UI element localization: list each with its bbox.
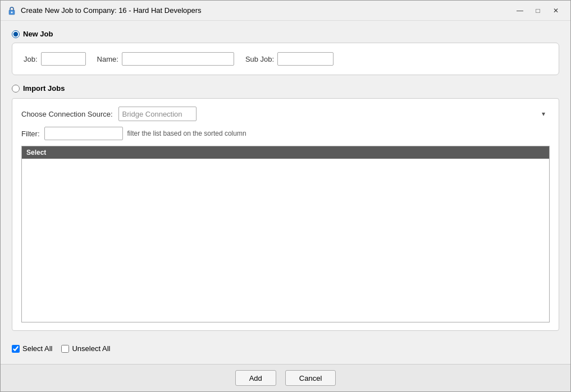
close-button[interactable]: ✕ [548, 4, 564, 17]
bottom-bar: Select All Unselect All [12, 340, 559, 355]
add-button[interactable]: Add [235, 370, 276, 386]
new-job-radio[interactable] [12, 30, 20, 38]
import-jobs-label: Import Jobs [23, 84, 65, 93]
minimize-button[interactable]: — [512, 4, 528, 17]
subjob-field-group: Sub Job: [245, 52, 334, 66]
filter-row: Filter: filter the list based on the sor… [21, 127, 550, 140]
maximize-button[interactable]: □ [530, 4, 546, 17]
new-job-label: New Job [23, 30, 53, 38]
import-box: Choose Connection Source: Bridge Connect… [12, 98, 559, 331]
new-job-box: Job: Name: Sub Job: [12, 43, 559, 75]
window-title: Create New Job to Company: 16 - Hard Hat… [21, 6, 202, 15]
import-jobs-radio[interactable] [12, 85, 20, 93]
filter-input[interactable] [44, 127, 123, 140]
title-bar: Create New Job to Company: 16 - Hard Hat… [1, 1, 570, 21]
unselect-all-checkbox[interactable] [61, 345, 69, 353]
unselect-all-label[interactable]: Unselect All [61, 344, 110, 353]
filter-hint: filter the list based on the sorted colu… [127, 130, 246, 137]
select-all-checkbox[interactable] [12, 345, 20, 353]
name-field-group: Name: [97, 52, 234, 66]
cancel-button[interactable]: Cancel [285, 370, 336, 386]
main-window: Create New Job to Company: 16 - Hard Hat… [0, 0, 571, 392]
list-header: Select [22, 146, 549, 159]
select-all-text: Select All [22, 344, 52, 353]
app-icon [7, 6, 16, 15]
subjob-input[interactable] [277, 52, 334, 66]
new-job-radio-label[interactable]: New Job [12, 30, 559, 38]
job-input[interactable] [41, 52, 86, 66]
window-controls: — □ ✕ [512, 4, 564, 17]
connection-select[interactable]: Bridge Connection [118, 107, 197, 121]
connection-label: Choose Connection Source: [21, 110, 113, 118]
job-label: Job: [24, 55, 38, 63]
unselect-all-text: Unselect All [72, 344, 110, 353]
title-bar-left: Create New Job to Company: 16 - Hard Hat… [7, 6, 202, 15]
checkboxes: Select All Unselect All [12, 344, 110, 353]
import-jobs-radio-label[interactable]: Import Jobs [12, 84, 559, 93]
jobs-list[interactable]: Select [21, 146, 550, 322]
new-job-section: New Job Job: Name: Sub Job: [12, 30, 559, 75]
import-jobs-section: Import Jobs Choose Connection Source: Br… [12, 84, 559, 331]
window-content: New Job Job: Name: Sub Job: [1, 21, 570, 364]
connection-row: Choose Connection Source: Bridge Connect… [21, 107, 550, 121]
connection-select-wrapper: Bridge Connection [118, 107, 550, 121]
name-input[interactable] [122, 52, 234, 66]
subjob-label: Sub Job: [245, 55, 274, 63]
select-all-label[interactable]: Select All [12, 344, 52, 353]
filter-label: Filter: [21, 130, 40, 138]
job-field-group: Job: [24, 52, 86, 66]
name-label: Name: [97, 55, 118, 63]
svg-point-1 [11, 11, 13, 13]
footer-bar: Add Cancel [1, 364, 570, 391]
